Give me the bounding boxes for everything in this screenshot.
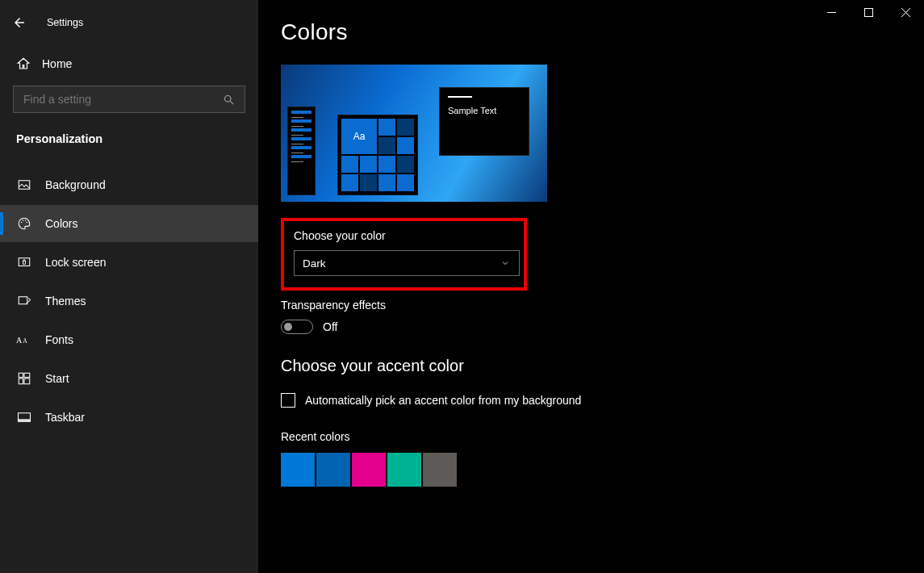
settings-window: Settings Home Personalization Backgr [0,0,924,573]
svg-point-4 [23,220,24,221]
sidebar-item-start[interactable]: Start [0,360,258,397]
svg-rect-9 [19,297,27,304]
color-swatch[interactable] [352,453,386,487]
taskbar-icon [16,410,32,425]
svg-line-1 [230,101,233,104]
window-title: Settings [47,17,83,28]
home-nav-item[interactable]: Home [0,48,258,81]
preview-start-menu: Aa [337,115,418,195]
svg-rect-2 [19,181,30,190]
window-controls [813,0,924,24]
home-label: Home [42,57,72,70]
auto-accent-label: Automatically pick an accent color from … [305,394,581,407]
svg-rect-14 [19,379,23,384]
main-content: Colors Aa [258,0,924,573]
color-swatch[interactable] [387,453,421,487]
svg-rect-17 [19,419,31,421]
arrow-left-icon [12,15,27,30]
svg-rect-13 [24,373,30,377]
sidebar-item-label: Start [45,372,69,385]
svg-point-6 [27,222,28,224]
choose-color-label: Choose your color [294,229,514,242]
accent-heading: Choose your accent color [281,357,694,375]
search-box[interactable] [13,86,245,113]
sidebar-item-lockscreen[interactable]: Lock screen [0,244,258,281]
sidebar-item-label: Taskbar [45,411,85,424]
svg-rect-15 [24,379,30,384]
sidebar-item-label: Themes [45,295,86,307]
svg-point-0 [224,95,231,102]
transparency-label: Transparency effects [281,299,694,312]
sidebar-item-fonts[interactable]: AA Fonts [0,321,258,358]
sidebar-item-background[interactable]: Background [0,166,258,203]
svg-point-3 [21,222,23,224]
preview-sample-text: Sample Text [448,106,521,115]
color-swatch[interactable] [316,453,350,487]
close-icon [901,8,910,17]
category-heading: Personalization [0,126,258,152]
auto-accent-checkbox[interactable] [281,393,295,408]
dropdown-value: Dark [303,257,326,270]
sidebar-item-colors[interactable]: Colors [0,205,258,242]
maximize-icon [864,8,873,17]
fonts-icon: AA [16,333,32,346]
titlebar: Settings [0,6,258,48]
home-icon [16,56,31,71]
svg-text:A: A [23,337,27,345]
color-swatch[interactable] [281,453,315,487]
back-button[interactable] [8,11,31,34]
preview-aa: Aa [341,119,377,154]
search-container [0,81,258,126]
lock-screen-icon [16,255,32,270]
color-swatch[interactable] [423,453,457,487]
recent-colors-label: Recent colors [281,430,694,443]
start-icon [16,371,32,386]
close-button[interactable] [887,0,924,24]
sidebar-item-label: Colors [45,217,77,230]
svg-rect-12 [19,373,23,377]
themes-icon [16,294,32,308]
choose-color-dropdown[interactable]: Dark [294,250,520,276]
page-title: Colors [281,19,694,45]
choose-color-highlight: Choose your color Dark [281,218,527,291]
palette-icon [16,216,32,231]
search-input[interactable] [23,93,217,106]
sidebar-item-taskbar[interactable]: Taskbar [0,399,258,436]
transparency-toggle-row: Off [281,320,694,334]
sidebar: Settings Home Personalization Backgr [0,0,258,573]
nav-list: Background Colors Lock screen Themes [0,166,258,436]
image-icon [16,178,32,192]
svg-rect-19 [864,8,872,16]
color-preview: Aa Sample Text [281,65,547,202]
svg-point-5 [25,220,27,221]
search-icon [222,93,235,106]
minimize-icon [827,8,836,17]
sidebar-item-label: Lock screen [45,256,106,269]
preview-taskbar [287,107,316,195]
svg-text:A: A [16,336,23,345]
maximize-button[interactable] [850,0,887,24]
chevron-down-icon [500,257,511,269]
recent-colors-list [281,453,694,487]
preview-window: Sample Text [439,87,529,156]
toggle-knob [284,323,292,331]
sidebar-item-label: Background [45,178,106,191]
minimize-button[interactable] [813,0,850,24]
sidebar-item-themes[interactable]: Themes [0,282,258,320]
svg-rect-8 [23,261,26,265]
transparency-state: Off [323,320,337,333]
auto-accent-row[interactable]: Automatically pick an accent color from … [281,393,694,408]
sidebar-item-label: Fonts [45,333,73,346]
transparency-toggle[interactable] [281,320,313,334]
